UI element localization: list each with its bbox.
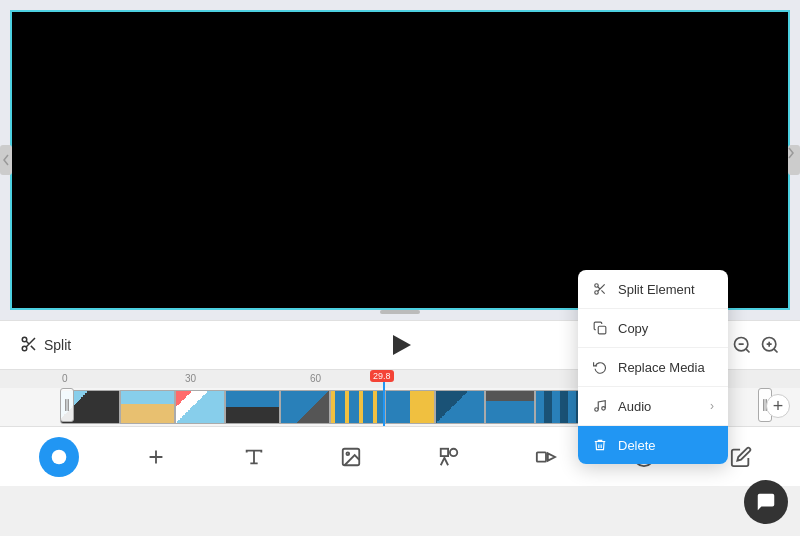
svg-rect-13 [537, 452, 546, 461]
menu-item-copy[interactable]: Copy [578, 309, 728, 348]
clip-5[interactable] [280, 390, 330, 424]
menu-delete-label: Delete [618, 438, 656, 453]
refresh-icon [592, 359, 608, 375]
right-scroll-handle[interactable] [788, 145, 800, 175]
menu-replace-label: Replace Media [618, 360, 705, 375]
audio-arrow: › [710, 399, 714, 413]
svg-point-0 [22, 337, 27, 342]
time-marker-30: 30 [185, 373, 196, 384]
video-canvas [10, 10, 790, 310]
zoom-out-button[interactable] [732, 335, 752, 355]
svg-marker-14 [548, 453, 555, 460]
clip-4[interactable] [225, 390, 280, 424]
svg-rect-6 [763, 399, 765, 411]
svg-point-20 [602, 407, 606, 411]
svg-point-10 [347, 452, 350, 455]
add-clip-button[interactable]: + [766, 394, 790, 418]
split-label: Split [44, 337, 71, 353]
svg-rect-5 [68, 399, 70, 411]
clip-3[interactable] [175, 390, 225, 424]
play-button[interactable] [384, 327, 420, 363]
copy-icon [592, 320, 608, 336]
time-marker-60: 60 [310, 373, 321, 384]
trash-icon [592, 437, 608, 453]
menu-audio-label: Audio [618, 399, 651, 414]
svg-point-1 [22, 346, 27, 351]
music-icon [592, 398, 608, 414]
scroll-indicator [380, 310, 420, 314]
menu-item-delete[interactable]: Delete [578, 426, 728, 464]
svg-point-16 [595, 284, 599, 288]
timeline-left-handle[interactable] [60, 388, 74, 422]
svg-rect-11 [441, 448, 448, 455]
svg-point-19 [595, 408, 599, 412]
clip-8[interactable] [435, 390, 485, 424]
scissors-icon [20, 335, 38, 356]
transitions-button[interactable] [526, 437, 566, 477]
context-menu: Split Element Copy Replace Media Audio › [578, 270, 728, 464]
menu-copy-label: Copy [618, 321, 648, 336]
playhead-time-label: 29.8 [370, 370, 394, 382]
text-button[interactable] [234, 437, 274, 477]
add-button[interactable] [136, 437, 176, 477]
svg-rect-18 [598, 326, 606, 334]
clip-6[interactable] [330, 390, 385, 424]
chat-button[interactable] [744, 480, 788, 524]
split-button[interactable]: Split [20, 335, 71, 356]
circle-button[interactable] [39, 437, 79, 477]
menu-item-replace-media[interactable]: Replace Media [578, 348, 728, 387]
play-icon [393, 335, 411, 355]
svg-rect-4 [65, 399, 67, 411]
menu-item-audio[interactable]: Audio › [578, 387, 728, 426]
scissors-icon [592, 281, 608, 297]
image-button[interactable] [331, 437, 371, 477]
svg-point-17 [595, 291, 599, 295]
svg-point-8 [51, 449, 66, 464]
menu-item-split-element[interactable]: Split Element [578, 270, 728, 309]
svg-point-12 [450, 448, 457, 455]
clip-2[interactable] [120, 390, 175, 424]
time-marker-0: 0 [62, 373, 68, 384]
menu-split-label: Split Element [618, 282, 695, 297]
clip-7[interactable] [385, 390, 435, 424]
zoom-in-button[interactable] [760, 335, 780, 355]
zoom-controls [732, 335, 780, 355]
clip-9[interactable] [485, 390, 535, 424]
left-scroll-handle[interactable] [0, 145, 12, 175]
shapes-button[interactable] [429, 437, 469, 477]
